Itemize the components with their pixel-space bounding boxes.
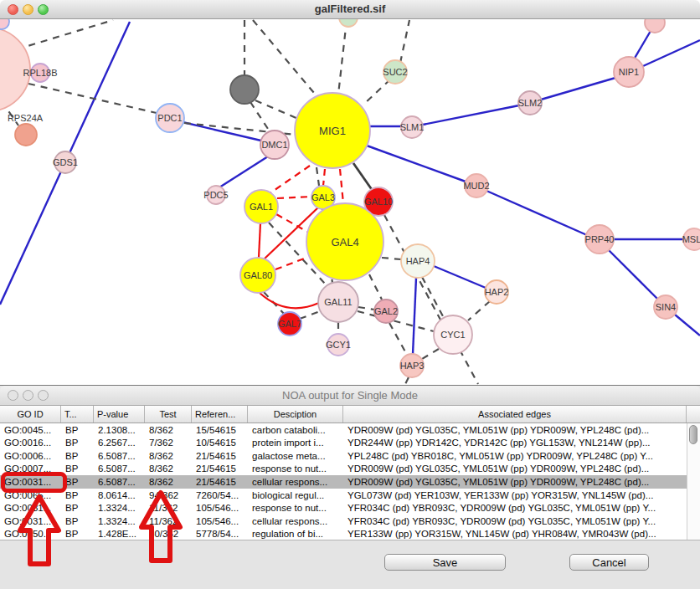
table-row[interactable]: GO:0031...BP1.3324...11/362105/546...cel… [0,515,687,528]
cell: GO:0045... [0,425,61,435]
table-row[interactable]: GO:0065...BP8.0614...94/3627260/54...bio… [0,489,687,502]
cell: 8/362 [145,477,192,487]
node-label-PRP40: PRP40 [585,234,615,244]
graph-edge [423,105,519,125]
cell: regulation of bi... [248,529,343,539]
cell: YDR244W (pp) YDR142C, YDR142C (pp) YGL15… [343,438,687,448]
node-label-HAP4: HAP4 [406,256,430,266]
graph-edge [17,20,113,49]
node-label-RPL18B: RPL18B [23,68,58,78]
table-row[interactable]: GO:0031...BP6.5087...8/36221/54615cellul… [0,475,687,489]
cell: YFR034C (pd) YBR093C, YDR009W (pd) YGL03… [343,503,687,513]
cell: BP [61,425,94,435]
cell: 7/362 [145,438,192,448]
cell: 6.5087... [94,477,145,487]
node-label-MUD2: MUD2 [463,181,489,191]
cell: 105/546... [192,516,248,526]
graph-edge [609,250,658,300]
noa-window-title: NOA output for Single Mode [0,386,700,405]
graph-edge [486,191,587,235]
node-label-GAL11: GAL11 [324,297,352,307]
node-unlabeled[interactable] [230,75,259,104]
graph-edge [389,323,407,355]
table-row[interactable]: GO:0031...BP1.3324...11/362105/546...res… [0,501,687,515]
cell: BP [61,438,94,448]
cancel-button[interactable]: Cancel [569,554,649,571]
graph-edge [675,315,700,335]
vertical-scrollbar[interactable] [687,423,700,540]
graph-edge [253,20,318,98]
scrollbar-thumb[interactable] [689,425,697,444]
cell: YER133W (pp) YOR315W, YNL145W (pd) YHR08… [343,529,687,539]
column-header-test[interactable]: Test [145,406,192,423]
graph-edge [28,84,157,113]
column-header-referen-[interactable]: Referen... [192,406,248,423]
network-canvas[interactable]: RPL18BRPS24AGDS1PDC1MIG1SUC2SLM1DMC1PDC5… [0,19,700,386]
table-header: GO IDT...P-valueTestReferen...Desciption… [0,406,700,423]
graph-edge [260,293,319,308]
cell: 105/546... [192,503,248,513]
graph-edge [338,20,347,95]
column-header-associated-edges[interactable]: Associated edges [343,406,687,423]
button-bar: Save Cancel [0,540,700,589]
table-row[interactable]: GO:0006...BP6.5087...8/36221/54615galact… [0,449,687,463]
graph-edge [369,274,382,300]
cell: BP [61,503,94,513]
node-RPS24A[interactable] [15,124,37,146]
cell: GO:0031... [0,516,61,526]
column-header-t-[interactable]: T... [61,406,94,423]
column-header-desciption[interactable]: Desciption [248,406,343,423]
cell: 21/54615 [192,464,248,474]
node-label-NIP1: NIP1 [619,67,639,77]
cell: GO:0065... [0,490,61,500]
node-label-HAP3: HAP3 [400,361,425,371]
graph-edge [400,20,409,63]
cell: 11/362 [145,516,192,526]
cell: GO:0031... [0,503,61,513]
cell: GO:0006... [0,451,61,461]
node-label-SLM1: SLM1 [400,122,425,132]
graph-edge [363,79,390,105]
cell: BP [61,477,94,487]
graph-edge [259,223,260,258]
column-header-p-value[interactable]: P-value [94,406,145,423]
table-row[interactable]: GO:0016...BP6.2567...7/36210/54615protei… [0,437,687,450]
cell: 11/362 [145,503,192,513]
graph-edge [413,278,416,354]
node-label-SUC2: SUC2 [383,67,407,77]
graph-edge [275,258,306,269]
graph-edge [405,377,409,384]
column-header-go-id[interactable]: GO ID [0,406,61,423]
node-unlabeled[interactable] [339,19,358,27]
table-body: GO:0045...BP2.1308...8/36215/54615carbon… [0,423,700,540]
node-label-GAL1: GAL1 [250,202,273,212]
node-unlabeled[interactable] [645,19,665,33]
graph-edge [323,169,325,186]
table-row[interactable]: GO:0045...BP2.1308...8/36215/54615carbon… [0,423,687,437]
node-label-PDC5: PDC5 [203,190,228,200]
node-label-GAL3: GAL3 [311,192,335,202]
cell: 2.1308... [94,425,145,435]
graph-edge [468,301,490,320]
network-window: galFiltered.sif RPL18BRPS24AGDS1PDC1MIG1… [0,0,700,385]
table-row[interactable]: GO:0050...BP1.428E...80/3625778/54...reg… [0,528,687,541]
graph-edge [382,258,401,259]
node-label-GCY1: GCY1 [326,340,351,350]
cell: 80/362 [145,529,192,539]
cell: 6.2567... [94,438,145,448]
noa-titlebar: NOA output for Single Mode [0,386,700,406]
graph-edge [255,100,298,119]
cell: YPL248C (pd) YBR018C, YML051W (pp) YDR00… [343,451,687,461]
table-row[interactable]: GO:0007...BP6.5087...8/36221/54615respon… [0,463,687,476]
graph-edge [353,163,373,191]
table-rows: GO:0045...BP2.1308...8/36215/54615carbon… [0,423,687,540]
cell: 1.3324... [94,516,145,526]
node-label-DMC1: DMC1 [261,140,287,150]
cell: galactose meta... [248,451,343,461]
cell: YGL073W (pd) YER103W, YER133W (pp) YOR31… [343,490,687,500]
node-label-GAL2: GAL2 [374,306,398,316]
node-label-CYC1: CYC1 [440,330,465,340]
save-button[interactable]: Save [384,554,506,571]
node-unlabeled[interactable] [0,19,9,29]
cell: cellular respons... [248,477,343,487]
